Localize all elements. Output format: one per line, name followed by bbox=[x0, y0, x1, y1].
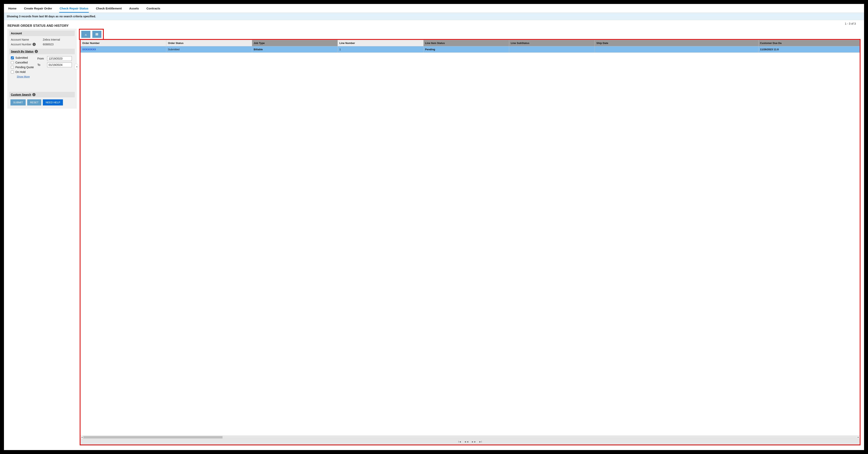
table-scroll[interactable]: Order Number Order Status Job Type Line … bbox=[81, 40, 860, 435]
status-checkbox-col: Submitted Cancelled Pending Quote O bbox=[11, 56, 34, 78]
tab-check-repair-status[interactable]: Check Repair Status bbox=[59, 5, 89, 12]
info-icon[interactable]: i bbox=[32, 93, 35, 96]
to-date-input[interactable] bbox=[47, 63, 72, 67]
table-area: Order Number Order Status Job Type Line … bbox=[80, 29, 861, 445]
custom-search-header[interactable]: Custom Search i bbox=[9, 92, 75, 97]
download-icon bbox=[84, 33, 88, 36]
custom-search-label: Custom Search bbox=[11, 93, 31, 96]
columns-icon bbox=[95, 33, 99, 36]
status-check-cancelled[interactable]: Cancelled bbox=[11, 61, 34, 64]
cell-line-substatus bbox=[509, 46, 595, 53]
results-table: Order Number Order Status Job Type Line … bbox=[81, 40, 860, 53]
scroll-thumb[interactable] bbox=[83, 436, 222, 439]
account-section-header: Account bbox=[9, 31, 75, 36]
account-number-label-text: Account Number bbox=[11, 43, 31, 46]
account-name-value: Zebra Internal bbox=[43, 38, 73, 41]
to-label: To bbox=[37, 63, 45, 66]
checkbox-on-hold[interactable] bbox=[11, 71, 14, 73]
horizontal-scrollbar[interactable]: ◄ ► bbox=[81, 435, 860, 439]
checkbox-submitted[interactable] bbox=[11, 56, 14, 59]
download-button[interactable] bbox=[81, 31, 90, 38]
table-row[interactable]: XXXXXXXX Submitted Billable 1 Pending 11… bbox=[81, 46, 860, 53]
tab-check-entitlement[interactable]: Check Entitlement bbox=[95, 5, 122, 12]
checkbox-pending-quote-label: Pending Quote bbox=[16, 66, 34, 69]
col-job-type[interactable]: Job Type bbox=[252, 40, 338, 46]
col-line-number[interactable]: Line Number bbox=[338, 40, 423, 46]
cell-order-status: Submitted bbox=[166, 46, 252, 53]
search-by-status-header[interactable]: Search By Status i bbox=[9, 49, 75, 54]
col-ship-date[interactable]: Ship Date bbox=[595, 40, 758, 46]
scroll-right-icon[interactable]: ► bbox=[857, 436, 860, 438]
svg-rect-0 bbox=[96, 33, 96, 35]
col-customer-due[interactable]: Customer Due Da bbox=[758, 40, 860, 46]
sidebar: Account Account Name Zebra Internal Acco… bbox=[7, 29, 76, 108]
tab-contracts[interactable]: Contracts bbox=[146, 5, 161, 12]
action-button-row: SUBMIT RESET NEED HELP bbox=[9, 97, 75, 107]
checkbox-cancelled-label: Cancelled bbox=[16, 61, 28, 64]
chevron-left-icon: ‹ bbox=[76, 65, 77, 68]
record-count: 1 - 3 of 3 bbox=[845, 22, 856, 25]
status-check-pending-quote[interactable]: Pending Quote bbox=[11, 66, 34, 69]
tab-assets[interactable]: Assets bbox=[129, 5, 139, 12]
main-content: REPAIR ORDER STATUS AND HISTORY 1 - 3 of… bbox=[4, 20, 864, 450]
submit-button[interactable]: SUBMIT bbox=[10, 99, 26, 105]
status-check-on-hold[interactable]: On Hold bbox=[11, 70, 34, 73]
svg-rect-2 bbox=[97, 33, 98, 35]
table-toolbar-highlight bbox=[79, 29, 104, 40]
notice-banner: Showing 3 records from last 90 days as n… bbox=[4, 13, 864, 20]
table-highlight-box: Order Number Order Status Job Type Line … bbox=[80, 39, 861, 445]
table-header-row: Order Number Order Status Job Type Line … bbox=[81, 40, 860, 46]
cell-job-type: Billable bbox=[252, 46, 338, 53]
page-title: REPAIR ORDER STATUS AND HISTORY bbox=[7, 24, 69, 28]
tab-home[interactable]: Home bbox=[8, 5, 17, 12]
cell-customer-due: 11/26/2023 11:0 bbox=[758, 46, 860, 53]
pager-prev-icon[interactable]: ◄◄ bbox=[464, 441, 469, 443]
checkbox-submitted-label: Submitted bbox=[16, 56, 28, 59]
title-row: REPAIR ORDER STATUS AND HISTORY 1 - 3 of… bbox=[4, 20, 864, 28]
checkbox-cancelled[interactable] bbox=[11, 61, 14, 64]
status-block: Submitted Cancelled Pending Quote O bbox=[9, 54, 75, 80]
tab-create-repair-order[interactable]: Create Repair Order bbox=[24, 5, 53, 12]
cell-ship-date bbox=[595, 46, 758, 53]
pager-last-icon[interactable]: ►I bbox=[478, 441, 482, 443]
account-section-body: Account Name Zebra Internal Account Numb… bbox=[9, 36, 75, 49]
cell-order-number[interactable]: XXXXXXXX bbox=[81, 46, 166, 53]
account-name-label: Account Name bbox=[11, 38, 40, 41]
info-icon[interactable]: i bbox=[35, 50, 38, 53]
pager-next-icon[interactable]: ►► bbox=[471, 441, 476, 443]
from-date-input[interactable] bbox=[47, 56, 72, 61]
svg-rect-1 bbox=[97, 33, 97, 35]
cell-line-number: 1 bbox=[338, 46, 423, 53]
scroll-track[interactable] bbox=[83, 436, 857, 439]
app-frame: Home Create Repair Order Check Repair St… bbox=[4, 4, 864, 450]
account-number-label: Account Number i bbox=[11, 43, 40, 46]
account-number-value: 6088923 bbox=[43, 43, 73, 46]
from-label: From bbox=[37, 57, 45, 60]
show-more-link[interactable]: Show More bbox=[17, 75, 34, 78]
reset-button[interactable]: RESET bbox=[27, 99, 41, 105]
scroll-left-icon[interactable]: ◄ bbox=[81, 436, 83, 438]
checkbox-on-hold-label: On Hold bbox=[16, 70, 26, 73]
columns-button[interactable] bbox=[92, 31, 101, 38]
checkbox-pending-quote[interactable] bbox=[11, 66, 14, 69]
col-order-number[interactable]: Order Number bbox=[81, 40, 166, 46]
pager: I◄ ◄◄ ►► ►I bbox=[81, 439, 860, 445]
content-row: Account Account Name Zebra Internal Acco… bbox=[4, 28, 864, 450]
date-range-col: From To bbox=[37, 56, 72, 78]
cell-line-item-status: Pending bbox=[423, 46, 509, 53]
status-check-submitted[interactable]: Submitted bbox=[11, 56, 34, 59]
info-icon[interactable]: i bbox=[33, 43, 36, 46]
tab-bar: Home Create Repair Order Check Repair St… bbox=[4, 4, 864, 13]
pager-first-icon[interactable]: I◄ bbox=[458, 441, 462, 443]
col-line-substatus[interactable]: Line SubStatus bbox=[509, 40, 595, 46]
sidebar-collapse-handle[interactable]: ‹ bbox=[75, 64, 79, 69]
search-by-status-label: Search By Status bbox=[11, 50, 34, 53]
col-line-item-status[interactable]: Line Item Status bbox=[423, 40, 509, 46]
need-help-button[interactable]: NEED HELP bbox=[43, 99, 63, 105]
col-order-status[interactable]: Order Status bbox=[166, 40, 252, 46]
